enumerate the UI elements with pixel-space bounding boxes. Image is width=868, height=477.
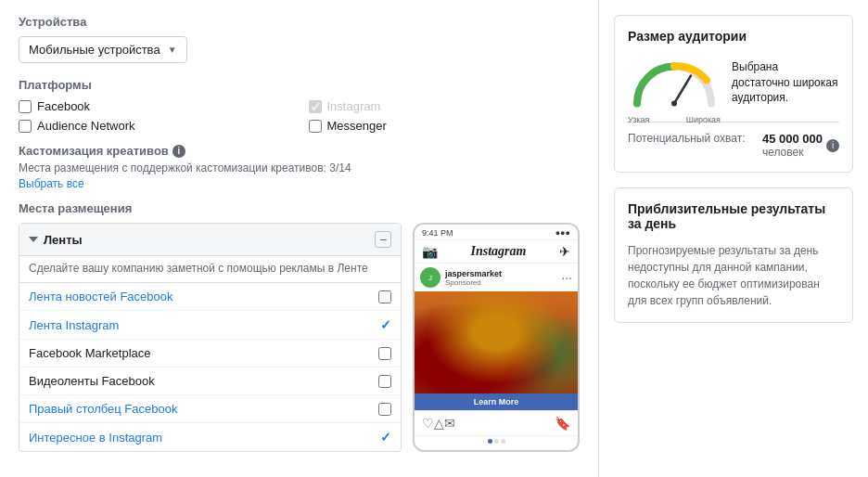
reach-unit: человек xyxy=(762,146,823,159)
comment-icon: △ xyxy=(434,416,444,431)
gauge-svg xyxy=(628,55,721,110)
customization-sub: Места размещения с поддержкой кастомизац… xyxy=(19,161,580,174)
results-title: Приблизительные результаты за день xyxy=(628,201,839,231)
post-more-icon: ··· xyxy=(561,270,572,285)
results-desc: Прогнозируемые результаты за день недост… xyxy=(628,242,839,309)
svg-line-0 xyxy=(674,76,691,104)
placement-row-1-label: Лента Instagram xyxy=(29,318,119,332)
placement-row-3[interactable]: Видеоленты Facebook xyxy=(19,367,401,395)
instagram-label: Instagram xyxy=(327,99,381,113)
svg-point-1 xyxy=(671,101,677,107)
audience-network-checkbox[interactable] xyxy=(19,120,32,133)
dot-2 xyxy=(494,439,499,444)
placement-row-4[interactable]: Правый столбец Facebook xyxy=(19,395,401,423)
audience-title: Размер аудитории xyxy=(628,29,839,44)
platform-instagram: Instagram xyxy=(309,99,581,113)
select-all-link[interactable]: Выбрать все xyxy=(19,177,84,190)
customization-header: Кастомизация креативов i xyxy=(19,144,580,158)
wide-label: Широкая xyxy=(686,115,721,124)
like-icon: ♡ xyxy=(422,416,434,431)
send-icon: ✈ xyxy=(559,244,570,259)
placement-row-0-checkbox[interactable] xyxy=(378,290,391,303)
platform-audience-network[interactable]: Audience Network xyxy=(19,119,290,133)
placement-row-4-checkbox[interactable] xyxy=(378,403,391,416)
cta-bar[interactable]: Learn More xyxy=(415,393,578,410)
facebook-label: Facebook xyxy=(37,99,90,113)
placement-row-3-label: Видеоленты Facebook xyxy=(29,374,155,388)
gauge-row: Узкая Широкая Выбрана достаточно широкая… xyxy=(628,55,839,110)
platform-facebook[interactable]: Facebook xyxy=(19,99,290,113)
placement-row-0[interactable]: Лента новостей Facebook xyxy=(19,283,401,311)
camera-icon: 📷 xyxy=(422,244,438,259)
dot-1 xyxy=(488,439,492,444)
placement-row-5-check: ✓ xyxy=(380,430,391,445)
carousel-dots xyxy=(415,436,578,446)
info-icon[interactable]: i xyxy=(172,145,185,158)
instagram-header: 📷 Instagram ✈ xyxy=(415,240,578,264)
results-card: Приблизительные результаты за день Прогн… xyxy=(614,187,853,323)
post-header: J jaspersmarket Sponsored ··· xyxy=(415,264,578,291)
reach-row: Потенциальный охват: 45 000 000 человек … xyxy=(628,132,839,159)
placement-row-3-checkbox[interactable] xyxy=(378,375,391,388)
device-dropdown[interactable]: Мобильные устройства ▼ xyxy=(19,36,187,63)
share-icon: ✉ xyxy=(444,416,455,431)
messenger-checkbox[interactable] xyxy=(309,120,322,133)
platform-messenger[interactable]: Messenger xyxy=(309,119,581,133)
post-actions: ♡ △ ✉ 🔖 xyxy=(415,410,578,436)
placement-row-5[interactable]: Интересное в Instagram ✓ xyxy=(19,423,401,451)
placement-group-title: Ленты xyxy=(44,233,83,247)
placement-row-1[interactable]: Лента Instagram ✓ xyxy=(19,311,401,340)
reach-label: Потенциальный охват: xyxy=(628,132,746,145)
post-avatar: J xyxy=(420,267,440,288)
phone-preview: 9:41 PM ●●● 📷 Instagram ✈ J jaspersmarke… xyxy=(413,223,580,452)
gauge-container: Узкая Широкая xyxy=(628,55,721,110)
audience-desc: Выбрана достаточно широкая аудитория. xyxy=(732,59,839,106)
instagram-checkbox xyxy=(309,100,322,113)
audience-card: Размер аудитории xyxy=(614,15,853,173)
placement-list: Ленты − Сделайте вашу компанию заметной … xyxy=(19,223,402,452)
save-icon: 🔖 xyxy=(555,416,570,431)
placement-row-2-label: Facebook Marketplace xyxy=(29,346,151,360)
post-image-inner xyxy=(415,291,578,393)
dot-3 xyxy=(501,439,505,444)
gauge-labels: Узкая Широкая xyxy=(628,115,721,124)
placement-group-subtitle: Сделайте вашу компанию заметной с помощь… xyxy=(19,256,401,283)
placement-row-0-label: Лента новостей Facebook xyxy=(29,290,173,303)
platforms-label: Платформы xyxy=(19,78,580,92)
platforms-grid: Facebook Instagram Audience Network Mess… xyxy=(19,99,580,133)
placements-label: Места размещения xyxy=(19,201,580,215)
devices-label: Устройства xyxy=(19,15,580,29)
collapse-button[interactable]: − xyxy=(375,231,391,248)
narrow-label: Узкая xyxy=(628,115,649,124)
phone-top-bar: 9:41 PM ●●● xyxy=(415,225,578,240)
device-value: Мобильные устройства xyxy=(29,43,160,57)
instagram-logo: Instagram xyxy=(471,244,527,259)
phone-time: 9:41 PM xyxy=(422,228,453,238)
post-image xyxy=(415,291,578,393)
placement-row-1-check: ✓ xyxy=(380,317,391,332)
placement-body: Ленты − Сделайте вашу компанию заметной … xyxy=(19,223,580,452)
facebook-checkbox[interactable] xyxy=(19,100,32,113)
placement-group-header[interactable]: Ленты − xyxy=(19,224,401,256)
post-sponsored: Sponsored xyxy=(445,278,556,287)
placement-row-4-label: Правый столбец Facebook xyxy=(29,402,177,416)
post-username: jaspersmarket xyxy=(445,269,556,278)
dropdown-arrow-icon: ▼ xyxy=(168,45,177,55)
chevron-down-icon xyxy=(29,237,38,242)
placement-row-2-checkbox[interactable] xyxy=(378,347,391,360)
audience-network-label: Audience Network xyxy=(37,119,135,133)
reach-info-icon[interactable]: i xyxy=(826,139,839,152)
phone-signal-icon: ●●● xyxy=(555,228,570,238)
reach-value: 45 000 000 xyxy=(762,132,823,146)
placement-row-2[interactable]: Facebook Marketplace xyxy=(19,340,401,367)
customization-title: Кастомизация креативов xyxy=(19,144,169,158)
placement-row-5-label: Интересное в Instagram xyxy=(29,431,162,445)
messenger-label: Messenger xyxy=(327,119,387,133)
